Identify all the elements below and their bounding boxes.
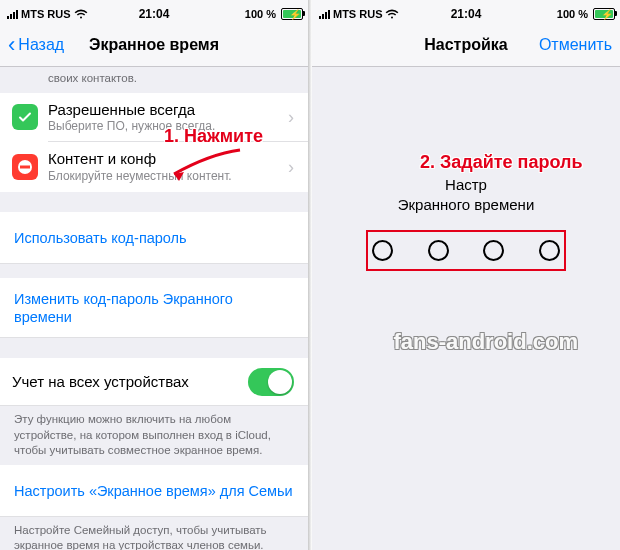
- carrier-name: MTS RUS: [333, 8, 383, 20]
- phone-right: MTS RUS 21:04 100 % ⚡ Настройка Отменить…: [312, 0, 620, 550]
- family-caption: Настройте Семейный доступ, чтобы учитыва…: [0, 517, 308, 550]
- wifi-icon: [385, 9, 399, 19]
- pin-line1: Настр: [445, 176, 487, 193]
- checkmark-icon: [12, 104, 38, 130]
- battery-percent: 100 %: [245, 8, 276, 20]
- carrier-name: MTS RUS: [21, 8, 71, 20]
- row-always-allowed[interactable]: Разрешенные всегда Выберите ПО, нужное в…: [0, 93, 308, 143]
- pin-dot: [428, 240, 449, 261]
- share-caption: Эту функцию можно включить на любом устр…: [0, 406, 308, 465]
- signal-icon: [7, 10, 18, 19]
- charging-icon: ⚡: [289, 9, 301, 20]
- link-label: Использовать код-пароль: [14, 229, 294, 247]
- pin-dot: [483, 240, 504, 261]
- row-title: Контент и конф: [48, 150, 288, 169]
- highlight-pin-dots: [366, 230, 566, 271]
- wifi-icon: [74, 9, 88, 19]
- row-title: Учет на всех устройствах: [12, 373, 248, 392]
- pin-dot: [539, 240, 560, 261]
- no-entry-icon: [12, 154, 38, 180]
- chevron-right-icon: ›: [288, 157, 294, 178]
- row-change-passcode[interactable]: Изменить код-пароль Экранного времени: [0, 278, 308, 338]
- pin-dot: [372, 240, 393, 261]
- status-bar: MTS RUS 21:04 100 % ⚡: [0, 0, 308, 24]
- row-use-passcode[interactable]: Использовать код-пароль: [0, 212, 308, 264]
- back-label: Назад: [18, 36, 64, 54]
- highlight-use-passcode: Использовать код-пароль: [0, 212, 308, 264]
- truncated-previous-caption: своих контактов.: [0, 67, 308, 93]
- phone-left: MTS RUS 21:04 100 % ⚡ ‹ Назад Экранное в…: [0, 0, 308, 550]
- back-button[interactable]: ‹ Назад: [8, 34, 64, 56]
- row-subtitle: Выберите ПО, нужное всегда.: [48, 119, 288, 134]
- signal-icon: [319, 10, 330, 19]
- pin-line2: Экранного времени: [398, 196, 535, 213]
- charging-icon: ⚡: [601, 9, 613, 20]
- navbar: Настройка Отменить: [312, 24, 620, 67]
- svg-rect-1: [20, 166, 30, 169]
- row-share-across-devices[interactable]: Учет на всех устройствах: [0, 358, 308, 406]
- highlight-change-passcode: Изменить код-пароль Экранного времени: [0, 278, 308, 338]
- link-label: Изменить код-пароль Экранного времени: [14, 290, 294, 326]
- status-bar: MTS RUS 21:04 100 % ⚡: [312, 0, 620, 24]
- row-content-privacy[interactable]: Контент и конф Блокируйте неуместный кон…: [0, 142, 308, 192]
- navbar: ‹ Назад Экранное время: [0, 24, 308, 67]
- cancel-button[interactable]: Отменить: [539, 36, 612, 54]
- toggle-share[interactable]: [248, 368, 294, 396]
- pin-instruction: Настр Экранного времени: [312, 175, 620, 216]
- chevron-left-icon: ‹: [8, 34, 15, 56]
- battery-percent: 100 %: [557, 8, 588, 20]
- chevron-right-icon: ›: [288, 107, 294, 128]
- link-label: Настроить «Экранное время» для Семьи: [14, 482, 294, 500]
- row-title: Разрешенные всегда: [48, 101, 288, 120]
- row-family-setup[interactable]: Настроить «Экранное время» для Семьи: [0, 465, 308, 517]
- row-subtitle: Блокируйте неуместный контент.: [48, 169, 288, 184]
- pin-dots[interactable]: [372, 240, 560, 261]
